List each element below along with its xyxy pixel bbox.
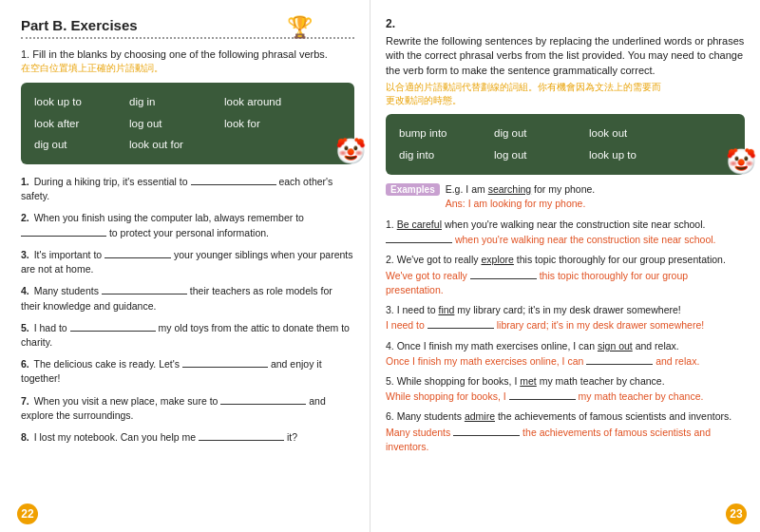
section1-title: 1. Fill in the blanks by choosing one of…	[21, 48, 354, 60]
verb-log-out-r: log out	[494, 145, 570, 165]
admire-underlined: admire	[465, 410, 495, 422]
ans-line: Ans: I am looking for my phone.	[446, 197, 596, 212]
blank-6	[182, 356, 268, 368]
ex-num: 4.	[386, 340, 394, 352]
verb-look-up-to-r: look up to	[589, 145, 665, 165]
page-container: Part B. Exercises 🏆 1. Fill in the blank…	[0, 0, 760, 532]
section2-num: 2.	[386, 17, 745, 30]
answer-5: While shopping for books, I my math teac…	[386, 390, 703, 402]
verb-look-around: look around	[224, 92, 300, 112]
answer-3: I need to library card; it's in my desk …	[386, 319, 704, 331]
bb-col-r1: bump into dig into	[399, 124, 475, 164]
clown-icon-right: 🤡	[726, 140, 756, 184]
blank-8	[199, 429, 284, 441]
ex-num: 6.	[21, 358, 29, 370]
trophy-icon: 🏆	[287, 15, 313, 40]
phrasal-verbs-board-right: bump into dig into dig out log out look …	[386, 114, 745, 174]
blank-r6	[453, 425, 520, 436]
bb-col2: dig in log out look out for	[129, 92, 205, 155]
bb-col1: look up to look after dig out	[34, 92, 110, 155]
right-ex-3: 3. I need to find my library card; it's …	[386, 303, 745, 332]
eg-underlined: searching	[488, 183, 532, 195]
verb-dig-out: dig out	[34, 135, 110, 155]
verb-bump-into: bump into	[399, 124, 475, 143]
page-num-right: 23	[726, 504, 747, 524]
exercises-list: 1. During a hiking trip, it's essential …	[21, 174, 354, 445]
right-exercises-list: 1. Be careful when you're walking near t…	[386, 218, 745, 454]
verb-look-for: look for	[224, 114, 300, 134]
ex-num: 1.	[386, 218, 394, 230]
bb-col3: look around look for	[224, 92, 300, 155]
right-ex-2: 2. We've got to really explore this topi…	[386, 253, 745, 297]
ex-num: 3.	[386, 304, 394, 315]
answer-2: We've got to really this topic thoroughl…	[386, 270, 688, 295]
blank-1	[191, 174, 276, 185]
exercise-item-1: 1. During a hiking trip, it's essential …	[21, 174, 354, 203]
verb-look-out: look out	[589, 124, 665, 143]
find-underlined: find	[438, 304, 454, 315]
blank-2	[21, 225, 106, 237]
ex-num: 6.	[386, 410, 394, 422]
exercise-item-7: 7. When you visit a new place, make sure…	[21, 393, 354, 423]
ex-num: 8.	[21, 431, 29, 443]
met-underlined: met	[520, 375, 537, 387]
phrasal-verbs-board: look up to look after dig out dig in log…	[21, 83, 354, 164]
verb-dig-into: dig into	[399, 145, 475, 165]
ex-num: 1.	[21, 176, 29, 187]
exercise-item-3: 3. It's important to your younger siblin…	[21, 247, 354, 276]
answer-4: Once I finish my math exercises online, …	[386, 355, 699, 367]
bb-row-right: bump into dig into dig out log out look …	[399, 124, 732, 164]
section2-title: Rewrite the following sentences by repla…	[386, 34, 745, 78]
answer-6: Many students the achievements of famous…	[386, 427, 711, 452]
ex-num: 5.	[386, 375, 394, 387]
bb-col-r2: dig out log out	[494, 124, 570, 164]
clown-icon-left: 🤡	[335, 129, 366, 174]
bb-col-r3: look out look up to	[589, 124, 665, 164]
exercise-item-4: 4. Many students their teachers as role …	[21, 283, 354, 313]
left-page: Part B. Exercises 🏆 1. Fill in the blank…	[0, 0, 370, 532]
ex-num: 2.	[21, 212, 29, 223]
blank-r3	[428, 317, 494, 329]
example-content: E.g. I am searching for my phone. Ans: I…	[446, 182, 596, 213]
blank-4	[102, 283, 187, 294]
blank-3	[104, 247, 171, 258]
blank-r1	[386, 232, 452, 243]
section2-chinese: 以合適的片語動詞代替劃線的詞組。你有機會因為文法上的需要而更改動詞的時態。	[386, 81, 745, 107]
blank-r5	[509, 389, 576, 400]
ex-num: 3.	[21, 249, 29, 260]
blank-7	[220, 393, 306, 405]
verb-look-out-for: look out for	[129, 135, 205, 155]
right-ex-1: 1. Be careful when you're walking near t…	[386, 218, 745, 247]
exercise-item-6: 6. The delicious cake is ready. Let's an…	[21, 356, 354, 386]
exercise-item-8: 8. I lost my notebook. Can you help me i…	[21, 429, 354, 445]
verb-dig-in: dig in	[129, 92, 205, 112]
examples-box: Examples E.g. I am searching for my phon…	[386, 182, 745, 213]
exercise-item-5: 5. I had to my old toys from the attic t…	[21, 320, 354, 350]
bb-row: look up to look after dig out dig in log…	[34, 92, 341, 155]
verb-log-out: log out	[129, 114, 205, 134]
blank-5	[70, 320, 156, 332]
examples-label: Examples	[386, 183, 440, 196]
eg-line: E.g. I am searching for my phone.	[446, 182, 596, 198]
verb-look-after: look after	[34, 114, 110, 134]
page-num-left: 22	[17, 504, 38, 524]
blank-r4	[586, 353, 653, 365]
explore-underlined: explore	[481, 254, 513, 265]
sign-out-underlined: sign out	[598, 340, 633, 352]
exercise-item-2: 2. When you finish using the computer la…	[21, 211, 354, 240]
be-careful: Be careful	[397, 218, 442, 230]
ex-num: 4.	[21, 285, 29, 296]
verb-dig-out-r: dig out	[494, 124, 570, 143]
right-page: 2. Rewrite the following sentences by re…	[370, 0, 760, 532]
right-ex-4: 4. Once I finish my math exercises onlin…	[386, 339, 745, 369]
ex-num: 5.	[21, 322, 29, 333]
right-ex-6: 6. Many students admire the achievements…	[386, 409, 745, 454]
ex-num: 7.	[21, 395, 29, 407]
right-ex-5: 5. While shopping for books, I met my ma…	[386, 374, 745, 404]
ex-num: 2.	[386, 254, 394, 265]
section1-chinese: 在空白位置填上正確的片語動詞。	[21, 62, 354, 75]
answer-1: when you're walking near the constructio…	[386, 234, 716, 245]
verb-look-up-to: look up to	[34, 92, 110, 112]
blank-r2	[470, 268, 537, 279]
